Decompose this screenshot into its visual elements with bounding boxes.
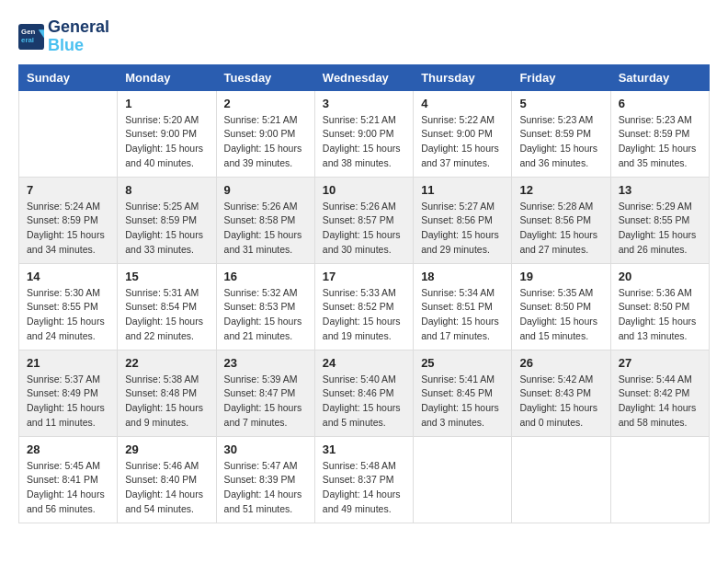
weekday-header-saturday: Saturday xyxy=(610,64,709,90)
calendar-cell xyxy=(19,90,118,177)
calendar-cell: 2Sunrise: 5:21 AMSunset: 9:00 PMDaylight… xyxy=(216,90,314,177)
calendar-cell: 16Sunrise: 5:32 AMSunset: 8:53 PMDayligh… xyxy=(216,263,314,350)
day-info: Sunrise: 5:23 AMSunset: 8:59 PMDaylight:… xyxy=(519,113,602,171)
calendar-cell xyxy=(610,436,709,523)
calendar-cell: 14Sunrise: 5:30 AMSunset: 8:55 PMDayligh… xyxy=(19,263,118,350)
day-number: 5 xyxy=(519,97,602,110)
calendar-cell: 25Sunrise: 5:41 AMSunset: 8:45 PMDayligh… xyxy=(414,350,512,436)
day-number: 15 xyxy=(125,270,208,283)
week-row-1: 1Sunrise: 5:20 AMSunset: 9:00 PMDaylight… xyxy=(19,90,710,177)
day-info: Sunrise: 5:38 AMSunset: 8:48 PMDaylight:… xyxy=(125,373,208,431)
day-number: 11 xyxy=(421,183,504,197)
weekday-header-thursday: Thursday xyxy=(414,64,512,90)
calendar-cell: 15Sunrise: 5:31 AMSunset: 8:54 PMDayligh… xyxy=(118,263,216,350)
calendar-cell: 22Sunrise: 5:38 AMSunset: 8:48 PMDayligh… xyxy=(118,350,216,436)
day-info: Sunrise: 5:22 AMSunset: 9:00 PMDaylight:… xyxy=(421,113,504,171)
weekday-header-wednesday: Wednesday xyxy=(314,64,413,90)
day-number: 26 xyxy=(519,356,602,370)
calendar-table: SundayMondayTuesdayWednesdayThursdayFrid… xyxy=(18,64,710,523)
calendar-cell: 27Sunrise: 5:44 AMSunset: 8:42 PMDayligh… xyxy=(610,350,709,436)
weekday-header-sunday: Sunday xyxy=(19,64,118,90)
calendar-cell: 10Sunrise: 5:26 AMSunset: 8:57 PMDayligh… xyxy=(314,177,413,263)
day-info: Sunrise: 5:24 AMSunset: 8:59 PMDaylight:… xyxy=(27,200,109,258)
calendar-cell: 18Sunrise: 5:34 AMSunset: 8:51 PMDayligh… xyxy=(414,263,512,350)
calendar-cell: 4Sunrise: 5:22 AMSunset: 9:00 PMDaylight… xyxy=(414,90,512,177)
calendar-cell: 17Sunrise: 5:33 AMSunset: 8:52 PMDayligh… xyxy=(314,263,413,350)
day-number: 22 xyxy=(125,356,208,370)
day-number: 20 xyxy=(619,270,701,283)
calendar-header-row: SundayMondayTuesdayWednesdayThursdayFrid… xyxy=(19,64,710,90)
day-info: Sunrise: 5:32 AMSunset: 8:53 PMDaylight:… xyxy=(224,286,307,344)
day-info: Sunrise: 5:20 AMSunset: 9:00 PMDaylight:… xyxy=(125,113,208,171)
day-number: 25 xyxy=(421,356,504,370)
day-number: 28 xyxy=(27,442,109,456)
week-row-2: 7Sunrise: 5:24 AMSunset: 8:59 PMDaylight… xyxy=(19,177,710,263)
day-number: 7 xyxy=(27,183,109,197)
day-number: 30 xyxy=(224,442,307,456)
day-info: Sunrise: 5:33 AMSunset: 8:52 PMDaylight:… xyxy=(323,286,405,344)
calendar-cell: 5Sunrise: 5:23 AMSunset: 8:59 PMDaylight… xyxy=(512,90,610,177)
day-info: Sunrise: 5:46 AMSunset: 8:40 PMDaylight:… xyxy=(125,459,208,517)
day-info: Sunrise: 5:41 AMSunset: 8:45 PMDaylight:… xyxy=(421,373,504,431)
day-number: 9 xyxy=(224,183,307,197)
calendar-cell: 19Sunrise: 5:35 AMSunset: 8:50 PMDayligh… xyxy=(512,263,610,350)
day-info: Sunrise: 5:23 AMSunset: 8:59 PMDaylight:… xyxy=(619,113,701,171)
day-number: 4 xyxy=(421,97,504,110)
weekday-header-friday: Friday xyxy=(512,64,610,90)
day-number: 24 xyxy=(323,356,405,370)
day-number: 27 xyxy=(619,356,701,370)
calendar-cell: 11Sunrise: 5:27 AMSunset: 8:56 PMDayligh… xyxy=(414,177,512,263)
day-number: 19 xyxy=(519,270,602,283)
day-number: 17 xyxy=(323,270,405,283)
calendar-cell: 3Sunrise: 5:21 AMSunset: 9:00 PMDaylight… xyxy=(314,90,413,177)
calendar-cell: 8Sunrise: 5:25 AMSunset: 8:59 PMDaylight… xyxy=(118,177,216,263)
calendar-cell: 1Sunrise: 5:20 AMSunset: 9:00 PMDaylight… xyxy=(118,90,216,177)
day-number: 1 xyxy=(125,97,208,110)
day-info: Sunrise: 5:34 AMSunset: 8:51 PMDaylight:… xyxy=(421,286,504,344)
calendar-cell: 13Sunrise: 5:29 AMSunset: 8:55 PMDayligh… xyxy=(610,177,709,263)
calendar-cell: 20Sunrise: 5:36 AMSunset: 8:50 PMDayligh… xyxy=(610,263,709,350)
page-header: Gen eral General Blue xyxy=(18,18,710,55)
calendar-cell: 21Sunrise: 5:37 AMSunset: 8:49 PMDayligh… xyxy=(19,350,118,436)
svg-text:eral: eral xyxy=(21,36,34,44)
weekday-header-tuesday: Tuesday xyxy=(216,64,314,90)
day-number: 23 xyxy=(224,356,307,370)
logo-icon: Gen eral xyxy=(18,24,44,50)
logo-text-general: General xyxy=(48,18,109,37)
calendar-cell xyxy=(512,436,610,523)
day-info: Sunrise: 5:48 AMSunset: 8:37 PMDaylight:… xyxy=(323,459,405,517)
day-info: Sunrise: 5:31 AMSunset: 8:54 PMDaylight:… xyxy=(125,286,208,344)
day-info: Sunrise: 5:45 AMSunset: 8:41 PMDaylight:… xyxy=(27,459,109,517)
calendar-cell: 30Sunrise: 5:47 AMSunset: 8:39 PMDayligh… xyxy=(216,436,314,523)
day-info: Sunrise: 5:36 AMSunset: 8:50 PMDaylight:… xyxy=(619,286,701,344)
calendar-cell: 24Sunrise: 5:40 AMSunset: 8:46 PMDayligh… xyxy=(314,350,413,436)
day-info: Sunrise: 5:28 AMSunset: 8:56 PMDaylight:… xyxy=(519,200,602,258)
day-info: Sunrise: 5:39 AMSunset: 8:47 PMDaylight:… xyxy=(224,373,307,431)
day-info: Sunrise: 5:44 AMSunset: 8:42 PMDaylight:… xyxy=(619,373,701,431)
day-info: Sunrise: 5:30 AMSunset: 8:55 PMDaylight:… xyxy=(27,286,109,344)
day-info: Sunrise: 5:37 AMSunset: 8:49 PMDaylight:… xyxy=(27,373,109,431)
day-number: 10 xyxy=(323,183,405,197)
calendar-cell: 31Sunrise: 5:48 AMSunset: 8:37 PMDayligh… xyxy=(314,436,413,523)
day-number: 12 xyxy=(519,183,602,197)
day-info: Sunrise: 5:35 AMSunset: 8:50 PMDaylight:… xyxy=(519,286,602,344)
day-info: Sunrise: 5:26 AMSunset: 8:57 PMDaylight:… xyxy=(323,200,405,258)
calendar-cell: 26Sunrise: 5:42 AMSunset: 8:43 PMDayligh… xyxy=(512,350,610,436)
day-info: Sunrise: 5:26 AMSunset: 8:58 PMDaylight:… xyxy=(224,200,307,258)
day-number: 3 xyxy=(323,97,405,110)
day-number: 21 xyxy=(27,356,109,370)
day-info: Sunrise: 5:21 AMSunset: 9:00 PMDaylight:… xyxy=(224,113,307,171)
day-number: 31 xyxy=(323,442,405,456)
day-number: 16 xyxy=(224,270,307,283)
weekday-header-monday: Monday xyxy=(118,64,216,90)
day-number: 13 xyxy=(619,183,701,197)
day-info: Sunrise: 5:40 AMSunset: 8:46 PMDaylight:… xyxy=(323,373,405,431)
calendar-cell: 12Sunrise: 5:28 AMSunset: 8:56 PMDayligh… xyxy=(512,177,610,263)
day-number: 18 xyxy=(421,270,504,283)
day-info: Sunrise: 5:21 AMSunset: 9:00 PMDaylight:… xyxy=(323,113,405,171)
week-row-4: 21Sunrise: 5:37 AMSunset: 8:49 PMDayligh… xyxy=(19,350,710,436)
calendar-cell: 23Sunrise: 5:39 AMSunset: 8:47 PMDayligh… xyxy=(216,350,314,436)
calendar-cell xyxy=(414,436,512,523)
calendar-cell: 29Sunrise: 5:46 AMSunset: 8:40 PMDayligh… xyxy=(118,436,216,523)
svg-text:Gen: Gen xyxy=(21,28,35,36)
